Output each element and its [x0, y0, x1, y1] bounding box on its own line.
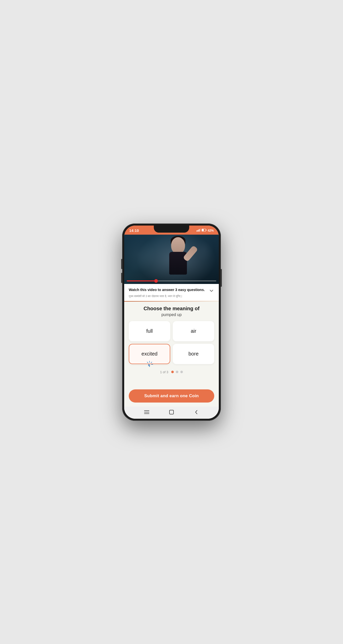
volume-down-button[interactable]	[121, 273, 122, 283]
svg-rect-2	[199, 229, 200, 232]
quiz-instruction: Choose the meaning of	[129, 306, 214, 312]
option-bore[interactable]: bore	[173, 344, 214, 364]
figure-head	[171, 237, 185, 254]
bottom-nav	[124, 407, 219, 419]
svg-line-9	[147, 362, 148, 363]
phone-frame: 14:10 42%	[122, 224, 221, 421]
svg-marker-11	[148, 364, 150, 367]
option-air[interactable]: air	[173, 321, 214, 341]
power-button[interactable]	[221, 269, 222, 287]
option-air-label: air	[191, 328, 196, 334]
phone-screen: 14:10 42%	[124, 226, 219, 419]
info-header: Watch this video to answer 3 easy questi…	[129, 287, 214, 294]
pagination: 1 of 3	[129, 368, 214, 377]
progress-fill	[127, 280, 156, 281]
info-subtitle: मुख्य वाक्यांशों को 3 बार दोहराया जाता ह…	[129, 295, 214, 298]
option-bore-label: bore	[188, 351, 199, 357]
submit-section: Submit and earn one Coin	[124, 387, 219, 407]
option-excited-label: excited	[141, 351, 157, 357]
progress-handle[interactable]	[154, 279, 158, 283]
svg-line-8	[151, 362, 152, 363]
option-full[interactable]: full	[129, 321, 170, 341]
svg-rect-3	[200, 229, 201, 232]
option-excited[interactable]: excited	[129, 344, 170, 364]
options-grid: full air excited	[129, 321, 214, 364]
svg-rect-0	[197, 230, 197, 232]
quiz-word: pumped up	[129, 313, 214, 317]
notch	[154, 226, 189, 233]
svg-rect-6	[202, 229, 204, 231]
option-full-label: full	[146, 328, 153, 334]
svg-rect-1	[198, 230, 198, 232]
svg-rect-15	[169, 410, 174, 414]
page-dot-3	[180, 371, 183, 373]
battery-icon	[202, 229, 207, 232]
chevron-down-icon[interactable]	[209, 288, 214, 294]
video-player[interactable]	[124, 235, 219, 284]
page-text: 1 of 3	[160, 370, 168, 374]
status-time: 14:10	[129, 229, 139, 233]
video-figure	[162, 237, 195, 280]
submit-button[interactable]: Submit and earn one Coin	[129, 389, 214, 403]
battery-percent: 42%	[208, 229, 214, 232]
home-nav-button[interactable]	[169, 409, 174, 415]
page-dot-1	[171, 371, 174, 373]
status-icons: 42%	[197, 229, 214, 232]
page-dot-2	[176, 371, 178, 373]
content-area: Watch this video to answer 3 easy questi…	[124, 284, 219, 419]
video-progress-bar[interactable]	[127, 280, 216, 281]
quiz-section: Choose the meaning of pumped up full air…	[124, 302, 219, 387]
figure-body	[169, 252, 187, 275]
svg-rect-5	[206, 230, 207, 231]
back-nav-button[interactable]	[194, 409, 199, 415]
volume-up-button[interactable]	[121, 259, 122, 269]
info-title: Watch this video to answer 3 easy questi…	[129, 287, 207, 293]
menu-nav-button[interactable]	[144, 409, 149, 415]
info-section: Watch this video to answer 3 easy questi…	[124, 284, 219, 301]
signal-icon	[197, 229, 201, 232]
cursor-indicator	[146, 361, 153, 368]
